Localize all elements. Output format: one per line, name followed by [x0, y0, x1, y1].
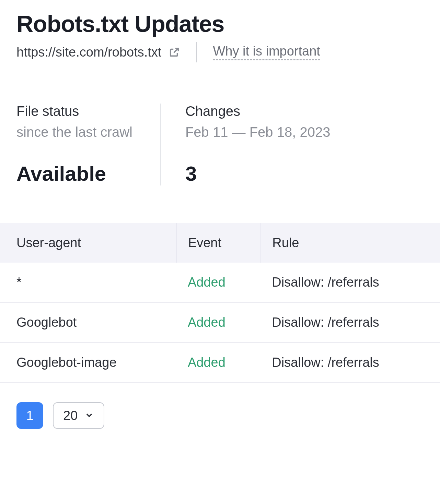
url-row: https://site.com/robots.txt Why it is im… [16, 42, 424, 62]
cell-user-agent: * [0, 263, 177, 302]
changes-value: 3 [185, 162, 331, 185]
stats-row: File status since the last crawl Availab… [16, 104, 424, 185]
table-body: * Added Disallow: /referrals Googlebot A… [0, 263, 440, 383]
cell-user-agent: Googlebot-image [0, 343, 177, 383]
cell-rule: Disallow: /referrals [261, 343, 440, 383]
page-size-select[interactable]: 20 [53, 402, 104, 429]
external-link-icon [168, 46, 181, 58]
cell-rule: Disallow: /referrals [261, 263, 440, 302]
cell-event: Added [177, 343, 261, 383]
changes-block: Changes Feb 11 — Feb 18, 2023 3 [161, 104, 331, 185]
file-status-label: File status [16, 104, 132, 119]
why-important-link[interactable]: Why it is important [213, 44, 320, 60]
file-status-block: File status since the last crawl Availab… [16, 104, 160, 185]
chevron-down-icon [84, 408, 94, 423]
col-header-event[interactable]: Event [177, 223, 261, 263]
page-size-value: 20 [63, 408, 78, 423]
cell-rule: Disallow: /referrals [261, 302, 440, 343]
changes-date-range: Feb 11 — Feb 18, 2023 [185, 124, 331, 140]
col-header-rule[interactable]: Rule [261, 223, 440, 263]
url-link-group[interactable]: https://site.com/robots.txt [16, 45, 181, 60]
table-header-row: User-agent Event Rule [0, 223, 440, 263]
table-row: Googlebot Added Disallow: /referrals [0, 302, 440, 343]
file-status-sublabel: since the last crawl [16, 124, 132, 140]
cell-event: Added [177, 263, 261, 302]
robots-url: https://site.com/robots.txt [16, 45, 161, 60]
file-status-value: Available [16, 162, 132, 185]
updates-table-wrapper: User-agent Event Rule * Added Disallow: … [0, 223, 440, 383]
header-divider [196, 42, 197, 62]
page-number-button[interactable]: 1 [16, 402, 43, 429]
table-row: Googlebot-image Added Disallow: /referra… [0, 343, 440, 383]
changes-label: Changes [185, 104, 331, 119]
page-title: Robots.txt Updates [16, 10, 424, 37]
table-row: * Added Disallow: /referrals [0, 263, 440, 302]
cell-user-agent: Googlebot [0, 302, 177, 343]
updates-table: User-agent Event Rule * Added Disallow: … [0, 223, 440, 383]
col-header-user-agent[interactable]: User-agent [0, 223, 177, 263]
cell-event: Added [177, 302, 261, 343]
pagination: 1 20 [16, 402, 424, 429]
